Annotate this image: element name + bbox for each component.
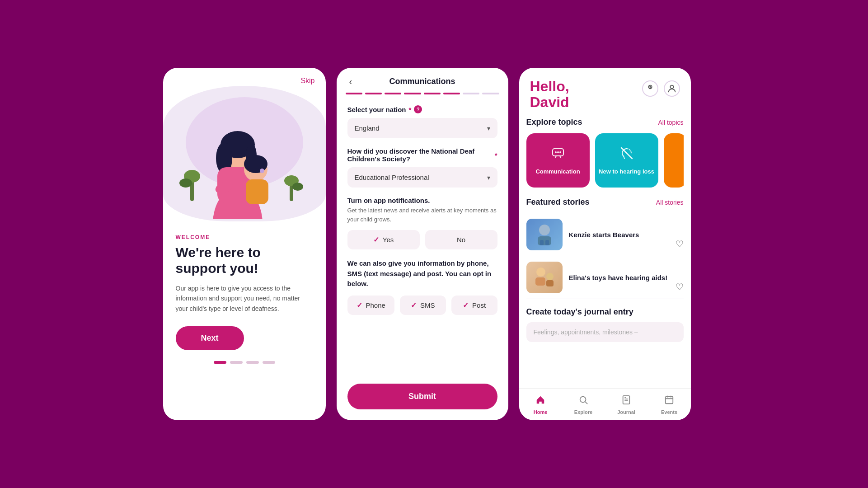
- svg-point-20: [670, 85, 673, 89]
- tab-events[interactable]: Events: [648, 393, 691, 417]
- nation-field: Select your nation* ? England Scotland W…: [347, 105, 497, 138]
- svg-point-23: [557, 151, 559, 153]
- check-icon-post: ✓: [463, 301, 469, 310]
- svg-point-19: [649, 86, 651, 88]
- back-button[interactable]: ‹: [346, 75, 356, 89]
- journal-section-title: Create today's journal entry: [526, 307, 684, 317]
- svg-rect-31: [535, 277, 545, 286]
- events-icon: [664, 395, 674, 408]
- check-icon-phone: ✓: [357, 301, 362, 310]
- dot-3: [246, 361, 259, 364]
- header-icons: [642, 80, 680, 97]
- nation-label: Select your nation* ?: [347, 105, 497, 113]
- skip-button[interactable]: Skip: [300, 77, 314, 85]
- help-icon[interactable]: ?: [414, 105, 422, 113]
- home-screen: Hello,David: [519, 68, 691, 420]
- contact-options: ✓ Phone ✓ SMS ✓ Post: [347, 296, 497, 315]
- svg-point-34: [580, 397, 586, 403]
- svg-point-26: [539, 225, 550, 235]
- screen2-body: Select your nation* ? England Scotland W…: [337, 94, 508, 384]
- discover-label: How did you discover the National Deaf C…: [347, 147, 497, 163]
- profile-icon[interactable]: [664, 80, 680, 97]
- nation-select[interactable]: England Scotland Wales Northern Ireland: [347, 118, 497, 138]
- communication-label: Communication: [532, 168, 583, 175]
- events-label: Events: [661, 409, 677, 415]
- no-toggle[interactable]: No: [425, 230, 497, 249]
- tab-home[interactable]: Home: [519, 393, 562, 417]
- home-label: Home: [534, 409, 548, 415]
- discover-field: How did you discover the National Deaf C…: [347, 147, 497, 188]
- story-thumb-2: [526, 262, 563, 293]
- check-icon: ✓: [373, 235, 379, 244]
- contact-title: We can also give you information by phon…: [347, 258, 497, 289]
- all-stories-link[interactable]: All stories: [656, 199, 684, 206]
- screen2-header: ‹ Communications: [337, 68, 508, 86]
- notif-title: Turn on app notifications.: [347, 197, 497, 204]
- bottom-nav: Home Explore: [519, 388, 691, 420]
- progress-dots: [176, 361, 313, 364]
- screen3-body: Explore topics All topics Communicat: [519, 117, 691, 388]
- child-icon[interactable]: [642, 80, 658, 97]
- journal-input[interactable]: Feelings, appointments, milestones –: [526, 322, 684, 342]
- svg-rect-28: [540, 240, 544, 245]
- next-button[interactable]: Next: [176, 326, 244, 350]
- svg-point-3: [179, 178, 192, 188]
- story-image-2: [531, 264, 558, 291]
- screen3-header: Hello,David: [519, 68, 691, 117]
- submit-button[interactable]: Submit: [347, 384, 497, 409]
- yes-toggle[interactable]: ✓ Yes: [347, 230, 420, 249]
- story-card-1[interactable]: Kenzie starts Beavers ♡: [526, 213, 684, 256]
- hearing-icon: [619, 146, 634, 164]
- svg-rect-36: [623, 396, 630, 404]
- story-title-1: Kenzie starts Beavers: [569, 230, 684, 239]
- journal-section: Create today's journal entry Feelings, a…: [526, 307, 684, 342]
- discover-select-wrapper: Educational Professional Social Media Se…: [347, 167, 497, 188]
- featured-stories-section: Featured stories All stories: [526, 197, 684, 299]
- journal-icon: [621, 395, 631, 408]
- like-button-1[interactable]: ♡: [676, 239, 684, 249]
- sms-toggle[interactable]: ✓ SMS: [400, 296, 446, 315]
- svg-rect-33: [546, 280, 554, 286]
- topics-row: Communication New to hearing loss: [526, 133, 684, 188]
- svg-point-30: [536, 267, 545, 277]
- featured-stories-header: Featured stories All stories: [526, 197, 684, 207]
- nation-select-wrapper: England Scotland Wales Northern Ireland …: [347, 118, 497, 138]
- discover-select[interactable]: Educational Professional Social Media Se…: [347, 167, 497, 188]
- phone-toggle[interactable]: ✓ Phone: [347, 296, 394, 315]
- explore-topics-title: Explore topics: [526, 117, 582, 127]
- dot-4: [263, 361, 275, 364]
- svg-point-22: [555, 151, 557, 153]
- tab-explore[interactable]: Explore: [562, 393, 605, 417]
- communications-title: Communications: [389, 77, 455, 86]
- svg-line-25: [621, 148, 632, 159]
- contact-section: We can also give you information by phon…: [347, 258, 497, 315]
- explore-label: Explore: [574, 409, 592, 415]
- svg-rect-15: [246, 179, 268, 204]
- dot-1: [214, 361, 226, 364]
- welcome-label: WELCOME: [176, 234, 211, 240]
- notif-body: Get the latest news and receive alerts a…: [347, 206, 497, 224]
- all-topics-link[interactable]: All topics: [658, 119, 683, 126]
- topic-card-more[interactable]: [664, 133, 684, 188]
- illustration-svg: [172, 88, 317, 219]
- welcome-screen: Skip: [163, 68, 326, 420]
- svg-point-6: [292, 183, 303, 191]
- story-card-2[interactable]: Elina's toys have hearing aids! ♡: [526, 256, 684, 299]
- progress-bar: [337, 86, 508, 94]
- story-title-2: Elina's toys have hearing aids!: [569, 273, 684, 282]
- welcome-illustration: [163, 86, 326, 221]
- svg-line-35: [585, 402, 587, 404]
- explore-topics-header: Explore topics All topics: [526, 117, 684, 127]
- post-toggle[interactable]: ✓ Post: [451, 296, 497, 315]
- tab-journal[interactable]: Journal: [605, 393, 648, 417]
- communication-icon: [551, 146, 565, 164]
- topic-card-hearing-loss[interactable]: New to hearing loss: [595, 133, 658, 188]
- welcome-content: WELCOME We're here to support you! Our a…: [163, 221, 326, 420]
- notifications-section: Turn on app notifications. Get the lates…: [347, 197, 497, 249]
- explore-icon: [578, 395, 588, 408]
- topic-card-communication[interactable]: Communication: [526, 133, 590, 188]
- svg-rect-40: [666, 397, 673, 404]
- like-button-2[interactable]: ♡: [676, 282, 684, 292]
- welcome-title: We're here to support you!: [176, 245, 313, 276]
- svg-rect-27: [538, 236, 551, 245]
